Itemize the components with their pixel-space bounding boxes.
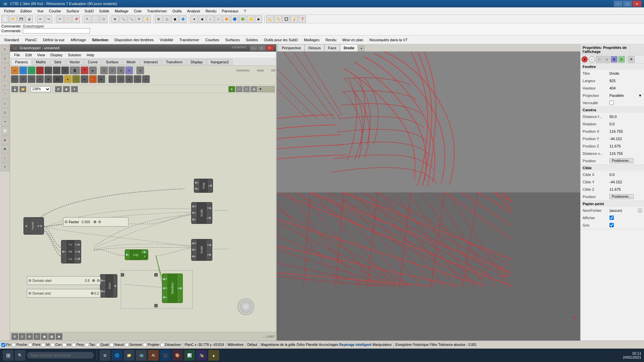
minimize-button[interactable]: ─: [614, 1, 623, 7]
check-fin[interactable]: Fin: [1, 343, 11, 347]
check-perp[interactable]: Perp: [72, 343, 84, 347]
tb-copy[interactable]: 📋: [64, 15, 72, 23]
gh-tab-transform[interactable]: Transform: [162, 59, 186, 65]
node-domend[interactable]: Domain end 0.2: [27, 289, 101, 298]
check-mi[interactable]: Mi: [41, 343, 50, 347]
prop-icon-active2[interactable]: ⊙: [618, 56, 625, 63]
gh-icon-r6[interactable]: ▌▌: [53, 75, 63, 83]
tool-extrude[interactable]: ▲: [1, 135, 9, 144]
tab-definir-vue[interactable]: Définir la vue: [40, 37, 67, 43]
node-dom[interactable]: A B Dom: [100, 274, 117, 298]
tab-nouveautes[interactable]: Nouveautés dans la V7: [367, 37, 410, 43]
positionner-camera-btn[interactable]: Positionner...: [609, 158, 634, 163]
menu-courbe[interactable]: Courbe: [46, 8, 64, 14]
tool-poly[interactable]: ⬡: [1, 108, 9, 117]
node-lng[interactable]: L Lng L ▼: [125, 249, 148, 260]
gh-bottom-btn1[interactable]: ⊞: [11, 333, 18, 340]
gh-canvas[interactable]: FaceB B Factor 0.900: [10, 93, 276, 332]
handle2[interactable]: [154, 273, 158, 277]
tb-select[interactable]: ↖: [84, 15, 91, 23]
tab-courbes[interactable]: Courbes: [203, 37, 222, 43]
tb-help[interactable]: ❓: [299, 15, 306, 23]
gh-icon-prim1[interactable]: □: [108, 75, 116, 83]
gh-menu-display[interactable]: Display: [48, 52, 65, 58]
menu-transformer[interactable]: Transformer: [144, 8, 170, 14]
tab-visibilite[interactable]: Visibilité: [157, 37, 176, 43]
menu-panneaux[interactable]: Panneaux: [219, 8, 241, 14]
gh-tab-params[interactable]: Params: [11, 59, 32, 65]
tb-pan[interactable]: ✋: [144, 15, 151, 23]
menu-maillage[interactable]: Maillage: [112, 8, 131, 14]
gh-icon-prim4[interactable]: ◎: [133, 75, 142, 83]
menu-help[interactable]: ?: [241, 8, 249, 14]
check-cen[interactable]: Cen: [51, 343, 61, 347]
tb-shade[interactable]: 🔷: [179, 15, 186, 23]
gh-icon-geom10[interactable]: ▶: [89, 66, 97, 74]
tb-mode2[interactable]: ◼: [171, 15, 178, 23]
tb-app4[interactable]: 🎭: [196, 350, 207, 361]
gh-open-btn[interactable]: 📂: [19, 86, 26, 92]
menu-vue[interactable]: Vue: [35, 8, 46, 14]
tab-transformer[interactable]: Transformer: [176, 37, 202, 43]
gh-save-btn[interactable]: 💾: [11, 86, 18, 92]
gh-preview-btn[interactable]: ●: [228, 86, 235, 92]
gh-bottom-btn6[interactable]: ▦: [48, 333, 55, 340]
status-filtre[interactable]: Filtre: [430, 343, 437, 347]
tb-snap1[interactable]: 📐: [266, 15, 274, 23]
gh-tab-mesh[interactable]: Mesh: [123, 59, 139, 65]
tab-solides[interactable]: Solides: [243, 37, 261, 43]
tb-edge[interactable]: 🌐: [112, 350, 122, 361]
tb-lasso[interactable]: ⬡: [100, 15, 107, 23]
menu-cote[interactable]: Cote: [131, 8, 144, 14]
gh-wire-btn[interactable]: ⬡: [243, 86, 250, 92]
search-button[interactable]: 🔍: [15, 350, 25, 361]
gh-icon-input3[interactable]: ⊞: [117, 66, 125, 74]
tab-affichage[interactable]: Affichage: [68, 37, 89, 43]
gh-icon-geom9[interactable]: 🌹: [80, 66, 89, 74]
tb-app2[interactable]: 🎨: [172, 350, 183, 361]
tab-droite[interactable]: Droite: [340, 44, 358, 51]
tool-dim[interactable]: ↔: [1, 154, 9, 162]
status-record[interactable]: Enregistrer l'historique: [395, 343, 429, 347]
gh-menu-view[interactable]: View: [35, 52, 48, 58]
tool-mesh[interactable]: ⊞: [1, 144, 9, 153]
tb-rhino[interactable]: 🦏: [136, 350, 147, 361]
gh-close[interactable]: ✕: [266, 45, 273, 51]
prop-icon-gear[interactable]: ⚙: [628, 56, 635, 63]
check-int[interactable]: Int: [62, 343, 71, 347]
node-domstart[interactable]: Domain start 0.8: [27, 276, 101, 285]
tb-extra8[interactable]: 🟡: [247, 15, 254, 23]
gris-checkbox[interactable]: [609, 223, 614, 227]
gh-tab-surface[interactable]: Surface: [102, 59, 122, 65]
prop-icon-view1[interactable]: □: [596, 56, 603, 63]
tb-rotate[interactable]: ↻: [136, 15, 143, 23]
lng-expand[interactable]: ▼: [142, 254, 147, 259]
node-pcen[interactable]: P Cv Ce Ca Cv Ce: [61, 240, 81, 263]
tab-subd-outils[interactable]: Outils pour les SubD: [261, 37, 301, 43]
afficher-checkbox[interactable]: [609, 216, 614, 220]
menu-analyse[interactable]: Analyse: [184, 8, 203, 14]
tb-lights[interactable]: 💡: [290, 15, 298, 23]
tb-paste[interactable]: 📌: [72, 15, 80, 23]
tool-select[interactable]: ↖: [1, 45, 9, 54]
gh-tab-intersect[interactable]: Intersect: [140, 59, 161, 65]
tb-zoom-in[interactable]: 🔍: [119, 15, 127, 23]
check-quad[interactable]: Quad: [96, 343, 109, 347]
verrouille-checkbox[interactable]: [609, 101, 614, 105]
check-projeter[interactable]: Projeter: [143, 343, 159, 347]
tb-extra3[interactable]: ○: [207, 15, 214, 23]
tb-mode1[interactable]: ◻: [163, 15, 170, 23]
handle1[interactable]: [121, 273, 124, 277]
gh-preview-btn2[interactable]: ○: [236, 86, 243, 92]
gh-bottom-btn7[interactable]: ◉: [56, 333, 62, 340]
maximize-button[interactable]: □: [623, 1, 632, 7]
tool-text[interactable]: T: [1, 163, 9, 171]
task-view[interactable]: ⧉: [100, 350, 110, 361]
gh-menu-edit[interactable]: Edit: [23, 52, 35, 58]
gh-menu-file[interactable]: File: [11, 52, 23, 58]
gh-display-btn[interactable]: ◈: [251, 86, 257, 92]
tool-select2[interactable]: ↘: [1, 54, 9, 63]
gh-tab-kangaroo[interactable]: Kangaroo2: [207, 59, 232, 65]
gh-icon-prim2[interactable]: ⬡: [117, 75, 125, 83]
gh-icon-r9[interactable]: ▶: [80, 75, 89, 83]
